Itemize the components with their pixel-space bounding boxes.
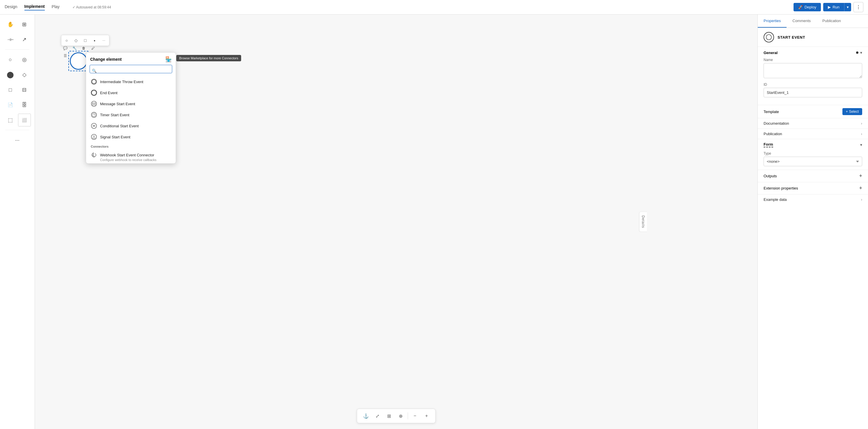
id-input[interactable] <box>764 88 862 97</box>
run-label: Run <box>833 5 839 9</box>
select-tool[interactable]: ⊞ <box>18 18 31 31</box>
mini-list-tool[interactable]: ☰ <box>61 52 69 60</box>
deploy-label: Deploy <box>805 5 816 9</box>
tool-row-8: ··· <box>11 134 24 146</box>
mini-rect-tool[interactable]: □ <box>81 36 89 44</box>
id-label: ID <box>764 82 862 87</box>
name-label: Name <box>764 58 862 62</box>
zoom-out-tool[interactable]: − <box>410 411 420 421</box>
extension-properties-row[interactable]: Extension properties + <box>758 182 868 194</box>
tab-publication[interactable]: Publication <box>816 14 847 28</box>
run-button[interactable]: ▶ Run <box>823 3 844 11</box>
run-caret-button[interactable]: ▾ <box>844 3 851 11</box>
start-event-circle[interactable] <box>70 52 87 70</box>
outputs-add-icon[interactable]: + <box>859 173 862 179</box>
example-data-label: Example data <box>764 197 787 202</box>
mini-dots-tool[interactable]: ⋯ <box>100 36 108 44</box>
element-type-label: START EVENT <box>778 35 805 39</box>
rectangle-tool[interactable]: □ <box>4 84 17 96</box>
start-event-element[interactable]: ○ ◇ □ ● ⋯ 💬 🔧 🗑 🖊 ☰ ↗ <box>70 52 87 70</box>
double-circle-tool[interactable]: ◎ <box>18 53 31 66</box>
dashed-frame-tool[interactable]: ⬜ <box>18 113 31 126</box>
anchor-tool[interactable]: ⚓ <box>361 411 371 421</box>
hand-tool[interactable]: ✋ <box>4 18 17 31</box>
deploy-button[interactable]: 🚀 Deploy <box>794 3 821 11</box>
filled-circle-tool[interactable]: ⬤ <box>4 68 17 81</box>
more-options-button[interactable]: ⋮ <box>854 2 863 12</box>
frame-tool[interactable]: ⬚ <box>4 113 17 126</box>
mini-speech-tool[interactable]: 💬 <box>61 44 69 52</box>
list-item-end-event[interactable]: End Event <box>86 87 176 98</box>
example-data-row[interactable]: Example data › <box>758 194 868 205</box>
list-item-signal-start[interactable]: Signal Start Event <box>86 131 176 142</box>
name-input[interactable] <box>764 63 862 78</box>
type-row: Type <none> Camunda Forms External <box>758 150 868 170</box>
mini-dot-tool[interactable]: ● <box>90 36 99 44</box>
crosshair-tool[interactable]: ⊕ <box>396 411 405 421</box>
search-input[interactable] <box>90 65 172 73</box>
publication-row[interactable]: Publication › <box>758 129 868 139</box>
form-section-header[interactable]: Form ▾ <box>758 139 868 150</box>
general-chevron: ▾ <box>860 50 862 55</box>
mini-circle-tool[interactable]: ○ <box>63 36 71 44</box>
element-type-icon <box>764 32 774 42</box>
doc-tool[interactable]: 📄 <box>4 99 17 111</box>
zoom-in-tool[interactable]: + <box>422 411 431 421</box>
type-select[interactable]: <none> Camunda Forms External <box>764 157 862 166</box>
rocket-icon: 🚀 <box>798 5 803 9</box>
form-title: Form <box>764 142 773 147</box>
cylinder-tool[interactable]: 🗄 <box>18 99 31 111</box>
sub-process-tool[interactable]: ⊟ <box>18 84 31 96</box>
svg-marker-14 <box>93 135 95 138</box>
tab-play[interactable]: Play <box>52 4 60 10</box>
search-icon: 🔍 <box>92 68 97 73</box>
tab-properties[interactable]: Properties <box>758 14 786 28</box>
marketplace-button[interactable]: 🏪 <box>165 56 172 63</box>
signal-start-icon <box>91 134 97 140</box>
intermediate-throw-icon <box>91 78 97 85</box>
list-item-conditional-start[interactable]: Conditional Start Event <box>86 120 176 131</box>
arrow-tool[interactable]: ↗ <box>18 33 31 46</box>
documentation-chevron: › <box>861 121 862 126</box>
topbar-tabs: Design Implement Play ✓ Autosaved at 08:… <box>5 4 111 10</box>
general-title: General <box>764 51 778 55</box>
map-tool[interactable]: ⊞ <box>384 411 394 421</box>
canvas-area[interactable]: ○ ◇ □ ● ⋯ 💬 🔧 🗑 🖊 ☰ ↗ <box>35 14 757 429</box>
general-section-header[interactable]: General ▾ <box>758 47 868 58</box>
topbar-right: 🚀 Deploy ▶ Run ▾ ⋮ <box>794 2 863 12</box>
start-event-shape[interactable] <box>70 52 87 70</box>
bottom-toolbar: ⚓ ⤢ ⊞ ⊕ − + <box>357 409 436 423</box>
element-header: START EVENT <box>758 28 868 47</box>
form-section: Form ▾ Type <none> Camunda Forms Externa… <box>758 139 868 170</box>
documentation-row[interactable]: Documentation › <box>758 118 868 129</box>
details-tab[interactable]: Details <box>639 211 647 232</box>
list-item-intermediate-throw[interactable]: Intermediate Throw Event <box>86 76 176 87</box>
connectors-section-label: Connectors <box>86 142 176 150</box>
mini-diamond-tool[interactable]: ◇ <box>72 36 80 44</box>
more-tools-button[interactable]: ··· <box>11 134 24 146</box>
mini-paint-tool[interactable]: 🖊 <box>89 44 97 52</box>
example-data-chevron: › <box>861 197 862 202</box>
list-item-webhook[interactable]: Webhook Start Event Connector Configure … <box>86 150 176 163</box>
list-item-message-start[interactable]: Message Start Event <box>86 98 176 109</box>
tab-implement[interactable]: Implement <box>25 4 45 10</box>
circle-tool[interactable]: ○ <box>4 53 17 66</box>
form-chevron: ▾ <box>860 142 862 147</box>
outputs-row[interactable]: Outputs + <box>758 170 868 182</box>
expand-tool[interactable]: ⤢ <box>373 411 382 421</box>
list-item-timer-start[interactable]: Timer Start Event <box>86 109 176 120</box>
tool-row-3: ○ ◎ <box>4 53 31 66</box>
svg-point-16 <box>766 35 771 40</box>
webhook-connector-title: Webhook Start Event Connector <box>91 152 171 158</box>
toolbar-divider-2 <box>5 130 29 130</box>
template-row: Template + Select <box>758 105 868 118</box>
end-event-icon <box>91 90 97 96</box>
tab-comments[interactable]: Comments <box>786 14 816 28</box>
resize-tool[interactable]: ⊣⊢ <box>4 33 17 46</box>
tab-design[interactable]: Design <box>5 4 18 10</box>
diamond-tool[interactable]: ◇ <box>18 68 31 81</box>
main-layout: ✋ ⊞ ⊣⊢ ↗ ○ ◎ ⬤ ◇ □ ⊟ 📄 🗄 ⬚ ⬜ ··· <box>0 14 868 429</box>
intermediate-throw-label: Intermediate Throw Event <box>100 80 144 84</box>
template-select-button[interactable]: + Select <box>842 108 862 115</box>
extension-add-icon[interactable]: + <box>859 185 862 191</box>
